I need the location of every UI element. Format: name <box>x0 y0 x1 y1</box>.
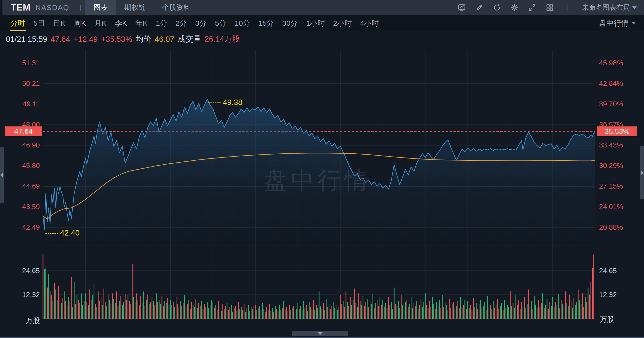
current-percent-tag: 35.53% <box>597 126 637 136</box>
quote-info-bar: 01/21 15:59 47.64 +12.49 +35.53% 均价 46.0… <box>0 31 644 47</box>
high-dash-line <box>208 103 221 103</box>
chart-layout-selector[interactable]: 未命名图表布局 <box>582 3 637 12</box>
timeframe-15分[interactable]: 15分 <box>254 15 278 31</box>
pct-axis-label: 20.88% <box>599 223 623 231</box>
tab-chart[interactable]: 图表 <box>85 0 116 15</box>
tab-option-chain[interactable]: 期权链 <box>116 0 154 15</box>
chevron-left-icon <box>0 172 3 177</box>
chevron-right-icon <box>641 170 644 175</box>
session-mode-label: 盘中行情 <box>599 18 628 28</box>
timeframe-2小时[interactable]: 2小时 <box>329 15 356 31</box>
settings-gear-icon[interactable] <box>510 4 519 12</box>
tab-stock-profile[interactable]: 个股资料 <box>154 0 199 15</box>
volume-unit-label: 万股 <box>600 315 614 324</box>
chart-layout-name: 未命名图表布局 <box>582 3 630 12</box>
center-watermark: 盘中行情 <box>264 165 371 197</box>
pct-axis-label: 45.98% <box>599 59 623 67</box>
price-axis-label: 42.49 <box>0 223 40 231</box>
top-bar: TEM NASDAQ | 图表 期权链 个股资料 | 未命名图表布局 <box>0 0 644 15</box>
session-high-annotation: 49.38 <box>208 98 242 107</box>
session-low-value: 42.40 <box>60 228 80 237</box>
left-panel-toggle[interactable] <box>0 147 4 203</box>
price-axis-label: 50.21 <box>0 80 40 88</box>
timeframe-2分[interactable]: 2分 <box>171 15 191 31</box>
chevron-down-icon <box>632 22 636 25</box>
app-window: { "topbar": { "symbol": "TEM", "exchange… <box>0 0 644 338</box>
session-mode-selector[interactable]: 盘中行情 <box>599 18 644 28</box>
session-low-annotation: 42.40 <box>46 229 80 238</box>
timeframe-30分[interactable]: 30分 <box>278 15 302 31</box>
quote-datetime: 01/21 15:59 <box>6 35 47 44</box>
volume-label: 成交量 <box>178 34 201 45</box>
timeframe-季K[interactable]: 季K <box>111 15 131 31</box>
current-price-tag: 47.64 <box>5 126 42 136</box>
quote-price: 47.64 <box>50 35 70 44</box>
pct-axis-label: 24.01% <box>599 203 623 211</box>
refresh-icon[interactable] <box>493 4 501 12</box>
volume-unit-label: 万股 <box>0 316 40 326</box>
pct-axis-label: 27.15% <box>599 182 623 190</box>
timeframe-1分[interactable]: 1分 <box>152 15 172 31</box>
exchange-label: NASDAQ <box>36 4 70 12</box>
bottom-border-line <box>0 337 644 338</box>
session-high-value: 49.38 <box>223 98 242 107</box>
edit-icon[interactable] <box>475 4 484 12</box>
chevron-down-icon <box>632 6 637 9</box>
timeframe-月K[interactable]: 月K <box>90 15 111 31</box>
timeframe-分时[interactable]: 分时 <box>6 15 29 31</box>
avg-price-value: 46.07 <box>155 35 174 44</box>
price-axis-label: 46.90 <box>0 141 40 149</box>
price-axis-label: 45.80 <box>0 162 40 170</box>
price-axis-label: 44.69 <box>0 182 40 190</box>
timeframe-年K[interactable]: 年K <box>131 15 152 31</box>
divider: | <box>563 4 573 12</box>
timeframe-5分[interactable]: 5分 <box>211 15 231 31</box>
divider: | <box>76 0 85 15</box>
price-axis-label: 51.31 <box>0 59 40 67</box>
quote-change: +12.49 <box>74 35 98 44</box>
left-edge-strip <box>0 0 2 15</box>
timeframe-周K[interactable]: 周K <box>70 15 90 31</box>
timeframe-5日[interactable]: 5日 <box>29 15 49 31</box>
pct-axis-label: 39.70% <box>599 100 623 108</box>
timeframe-日K[interactable]: 日K <box>49 15 70 31</box>
fullscreen-icon[interactable] <box>528 4 536 12</box>
volume-axis-label: 24.65 <box>0 267 40 275</box>
volume-axis-label: 12.32 <box>599 291 617 299</box>
price-axis-label: 49.11 <box>0 100 40 108</box>
chart-area[interactable]: 盘中行情 51.3150.2149.1148.0046.9045.8044.69… <box>0 47 644 338</box>
pct-axis-label: 33.43% <box>599 141 623 149</box>
layout-grid-icon[interactable] <box>546 4 554 12</box>
timeframe-bar: 分时5日日K周K月K季K年K1分2分3分5分10分15分30分1小时2小时4小时… <box>0 15 644 32</box>
low-dash-line <box>46 233 58 234</box>
volume-value: 26.14万股 <box>204 34 240 45</box>
chevron-down-icon <box>317 332 323 335</box>
right-panel-toggle[interactable] <box>640 146 644 199</box>
quote-change-pct: +35.53% <box>101 35 132 44</box>
avg-price-label: 均价 <box>136 34 151 45</box>
timeframe-4小时[interactable]: 4小时 <box>356 15 383 31</box>
timeframe-10分[interactable]: 10分 <box>231 15 254 31</box>
bottom-panel-toggle[interactable] <box>292 331 348 336</box>
pct-axis-label: 30.29% <box>599 162 623 170</box>
pct-axis-label: 42.84% <box>599 80 623 88</box>
symbol-ticker: TEM <box>11 3 30 13</box>
timeframe-1小时[interactable]: 1小时 <box>302 15 329 31</box>
chart-board-icon[interactable] <box>458 4 466 12</box>
price-axis-label: 43.59 <box>0 203 40 211</box>
volume-axis-label: 24.65 <box>599 267 617 275</box>
timeframe-3分[interactable]: 3分 <box>191 15 211 31</box>
volume-axis-label: 12.32 <box>0 291 40 299</box>
